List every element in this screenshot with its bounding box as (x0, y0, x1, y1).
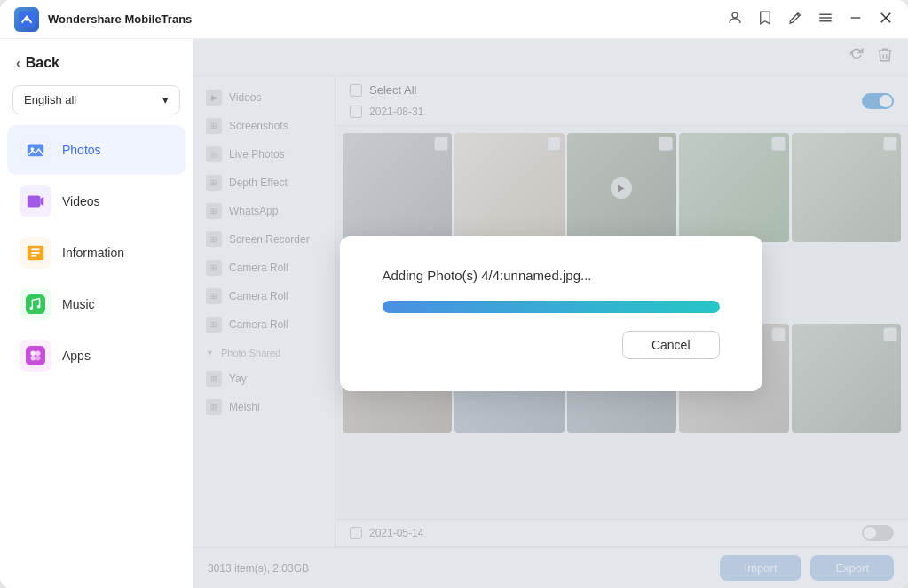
svg-rect-16 (26, 294, 45, 314)
bookmark-icon[interactable] (757, 10, 773, 29)
music-icon (20, 288, 51, 320)
svg-point-17 (30, 307, 34, 310)
sidebar-item-photos[interactable]: Photos (7, 125, 186, 175)
sidebar: ‹ Back English all ▾ Pho (0, 39, 193, 588)
progress-bar-track (383, 301, 720, 313)
sidebar-item-label-music: Music (62, 297, 95, 311)
sidebar-item-label-information: Information (62, 246, 124, 260)
photos-icon (20, 134, 51, 166)
title-bar-actions (727, 10, 894, 29)
sidebar-item-apps[interactable]: Apps (7, 331, 186, 380)
sidebar-item-label-photos: Photos (62, 143, 101, 157)
svg-point-21 (36, 351, 41, 357)
svg-point-1 (25, 18, 28, 21)
language-selector[interactable]: English all ▾ (12, 85, 180, 114)
sidebar-item-label-videos: Videos (62, 194, 100, 208)
modal-footer: Cancel (383, 331, 720, 359)
sidebar-item-music[interactable]: Music (7, 279, 186, 329)
back-arrow-icon: ‹ (16, 56, 20, 70)
app-title: Wondershare MobileTrans (48, 12, 727, 26)
videos-icon (20, 185, 51, 217)
sidebar-item-information[interactable]: Information (7, 228, 186, 278)
svg-point-20 (31, 351, 36, 357)
cancel-button[interactable]: Cancel (622, 331, 720, 359)
svg-point-2 (732, 12, 738, 18)
svg-rect-19 (26, 346, 45, 365)
back-button[interactable]: ‹ Back (0, 46, 193, 82)
progress-bar-fill (383, 301, 720, 313)
sidebar-items: Photos Videos (0, 125, 193, 380)
svg-point-18 (37, 305, 41, 309)
close-icon[interactable] (878, 10, 894, 29)
modal-message: Adding Photo(s) 4/4:unnamed.jpg... (383, 268, 592, 283)
back-label: Back (26, 55, 59, 71)
minimize-icon[interactable] (848, 10, 864, 29)
app-logo (14, 7, 39, 32)
chevron-down-icon: ▾ (162, 93, 169, 106)
svg-point-23 (36, 356, 41, 361)
progress-modal: Adding Photo(s) 4/4:unnamed.jpg... Cance… (340, 236, 762, 391)
title-bar: Wondershare MobileTrans (0, 0, 908, 39)
modal-overlay: Adding Photo(s) 4/4:unnamed.jpg... Cance… (193, 39, 908, 588)
sidebar-item-videos[interactable]: Videos (7, 176, 186, 226)
profile-icon[interactable] (727, 10, 743, 29)
lang-selector-label: English all (24, 93, 76, 106)
app-window: Wondershare MobileTrans (0, 0, 908, 588)
main-layout: ‹ Back English all ▾ Pho (0, 39, 908, 588)
menu-icon[interactable] (817, 10, 833, 29)
sidebar-item-label-apps: Apps (62, 349, 91, 363)
svg-rect-11 (28, 196, 41, 208)
edit-icon[interactable] (787, 10, 803, 29)
information-icon (20, 237, 51, 269)
apps-icon (20, 340, 51, 372)
svg-point-22 (31, 356, 36, 361)
content-area: ▶ Videos ⊞ Screenshots ◎ Live Photos ⊞ D… (193, 39, 908, 588)
